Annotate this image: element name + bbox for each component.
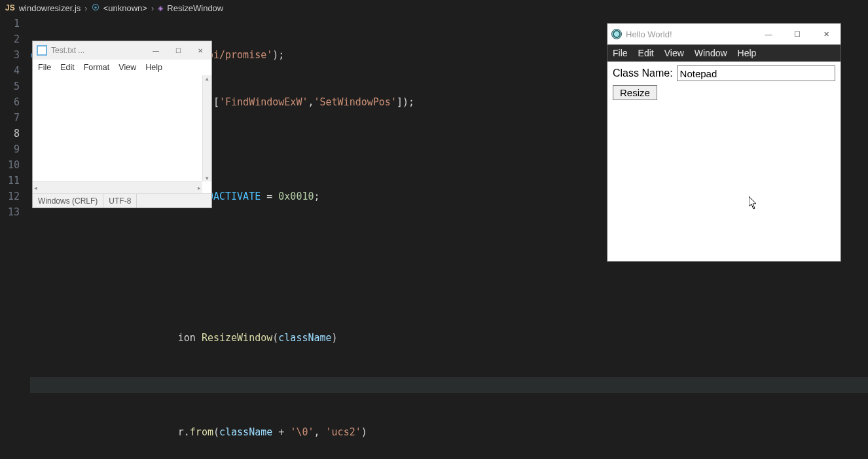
line-number: 9 [0, 141, 20, 157]
menu-file[interactable]: File [38, 63, 51, 72]
line-number: 12 [0, 189, 20, 204]
menu-format[interactable]: Format [84, 63, 110, 72]
minimize-button[interactable]: — [754, 24, 783, 45]
status-encoding: UTF-8 [103, 194, 137, 208]
menu-view[interactable]: View [664, 48, 684, 58]
menu-file[interactable]: File [613, 48, 628, 58]
scroll-down-icon[interactable]: ▾ [203, 175, 211, 181]
chevron-right-icon: › [151, 3, 154, 13]
line-number: 7 [0, 110, 20, 126]
notepad-textarea[interactable]: ▴▾ ◂▸ [33, 75, 211, 193]
classname-label: Class Name: [613, 67, 673, 79]
line-number: 2 [0, 31, 20, 47]
maximize-button[interactable]: ☐ [167, 41, 189, 60]
notepad-title: Test.txt ... [51, 46, 145, 55]
code-line[interactable] [30, 283, 868, 299]
electron-app-window[interactable]: Hello World! — ☐ ✕ File Edit View Window… [607, 23, 841, 262]
menu-edit[interactable]: Edit [638, 48, 654, 58]
notepad-titlebar[interactable]: Test.txt ... — ☐ ✕ [33, 41, 211, 60]
notepad-window[interactable]: Test.txt ... — ☐ ✕ File Edit Format View… [32, 41, 212, 208]
breadcrumb-symbol-2[interactable]: ResizeWindow [167, 3, 223, 13]
line-number: 1 [0, 16, 20, 31]
status-eol: Windows (CRLF) [33, 194, 103, 208]
scroll-up-icon[interactable]: ▴ [203, 75, 211, 82]
app-titlebar[interactable]: Hello World! — ☐ ✕ [607, 24, 841, 45]
notepad-statusbar: Windows (CRLF) UTF-8 [33, 193, 211, 208]
breadcrumb-file[interactable]: windowresizer.js [19, 3, 81, 13]
line-number: 13 [0, 204, 20, 220]
line-number: 5 [0, 79, 20, 94]
file-icon-js: JS [5, 3, 15, 12]
line-number: 11 [0, 173, 20, 189]
line-number: 3 [0, 47, 20, 63]
menu-edit[interactable]: Edit [60, 63, 75, 72]
line-number: 10 [0, 157, 20, 173]
symbol-icon: ⦿ [92, 3, 99, 12]
line-number: 6 [0, 94, 20, 110]
notepad-icon [37, 45, 47, 56]
line-number: 8 [0, 126, 20, 141]
code-line-active[interactable] [30, 377, 868, 393]
method-icon: ◈ [158, 4, 163, 12]
scrollbar-horizontal[interactable]: ◂▸ [33, 181, 202, 193]
classname-input[interactable] [677, 65, 835, 81]
notepad-menubar: File Edit Format View Help [33, 60, 211, 75]
app-menubar: File Edit View Window Help [607, 45, 841, 62]
app-body: Class Name: Resize [607, 62, 841, 261]
menu-window[interactable]: Window [695, 48, 727, 58]
menu-view[interactable]: View [118, 63, 136, 72]
menu-help[interactable]: Help [145, 63, 162, 72]
app-title: Hello World! [626, 29, 754, 39]
line-number-gutter: 1 2 3 4 5 6 7 8 9 10 11 12 13 [0, 16, 30, 459]
resize-button[interactable]: Resize [613, 85, 657, 100]
scroll-right-icon[interactable]: ▸ [198, 185, 201, 191]
close-button[interactable]: ✕ [812, 24, 841, 45]
menu-help[interactable]: Help [738, 48, 757, 58]
electron-icon [611, 29, 622, 39]
line-number: 4 [0, 63, 20, 79]
maximize-button[interactable]: ☐ [783, 24, 812, 45]
breadcrumb: JS windowresizer.js › ⦿ <unknown> › ◈ Re… [0, 0, 868, 16]
breadcrumb-symbol-1[interactable]: <unknown> [103, 3, 147, 13]
code-line[interactable]: ion ResizeWindow(className) [30, 330, 868, 346]
close-button[interactable]: ✕ [189, 41, 211, 60]
chevron-right-icon: › [84, 3, 87, 13]
scrollbar-vertical[interactable]: ▴▾ [202, 75, 211, 181]
scroll-left-icon[interactable]: ◂ [34, 185, 37, 191]
code-line[interactable]: r.from(className + '\0', 'ucs2') [30, 424, 868, 440]
minimize-button[interactable]: — [145, 41, 167, 60]
